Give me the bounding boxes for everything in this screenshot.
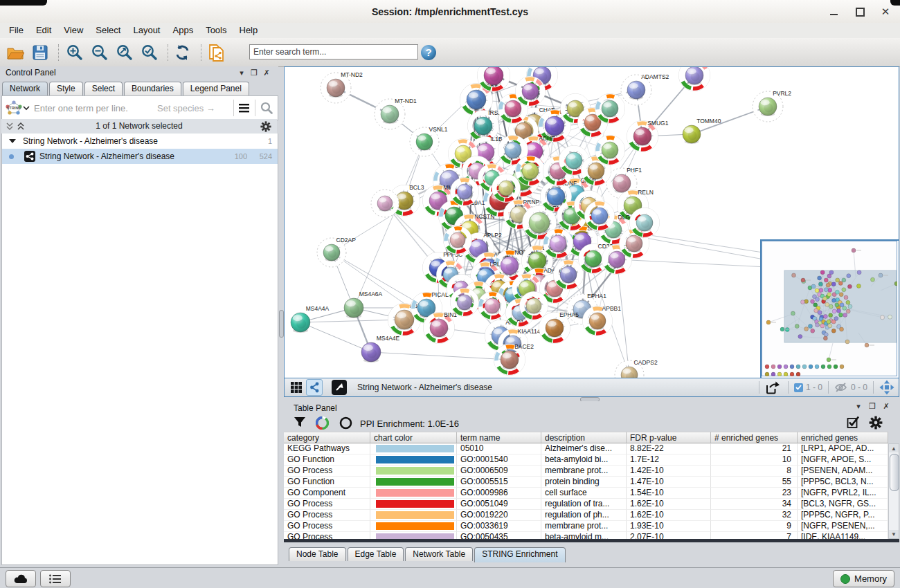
network-node-f28[interactable] bbox=[595, 94, 625, 124]
string-options-button[interactable] bbox=[238, 103, 251, 113]
panel-close-icon[interactable]: ✗ bbox=[262, 68, 271, 77]
table-row[interactable]: KEGG Pathways05010Alzheimer's dise...8.8… bbox=[284, 443, 888, 454]
tab-node-table[interactable]: Node Table bbox=[289, 547, 346, 561]
column-header-chart-color[interactable]: chart color bbox=[370, 432, 457, 443]
network-node-MS4A4E[interactable]: MS4A4E bbox=[361, 335, 400, 362]
export-view-button[interactable] bbox=[765, 380, 780, 395]
column-header-term-name[interactable]: term name bbox=[457, 432, 541, 443]
network-node-f20[interactable] bbox=[543, 229, 573, 259]
tree-expander-icon[interactable] bbox=[9, 138, 16, 144]
table-row[interactable]: GO FunctionGO:0005515protein binding1.47… bbox=[284, 477, 888, 488]
species-hint[interactable]: Set species → bbox=[157, 103, 229, 113]
table-row[interactable]: GO ProcessGO:0019220regulation of ph...1… bbox=[284, 510, 888, 521]
menu-view[interactable]: View bbox=[57, 23, 89, 38]
network-node-f30[interactable] bbox=[630, 208, 660, 238]
tab-legend-panel[interactable]: Legend Panel bbox=[183, 82, 249, 95]
table-row[interactable]: GO ComponentGO:0009986cell surface1.54E-… bbox=[284, 488, 888, 499]
network-view-button[interactable] bbox=[306, 379, 323, 396]
scroll-up-button[interactable]: ▲ bbox=[889, 444, 899, 452]
selected-nodes-checkbox[interactable] bbox=[794, 383, 803, 392]
network-node-f12[interactable] bbox=[444, 226, 472, 255]
close-button[interactable]: ✕ bbox=[880, 6, 891, 17]
task-list-button[interactable] bbox=[40, 570, 71, 587]
table-row[interactable]: GO ProcessGO:0051049regulation of tra...… bbox=[284, 499, 888, 510]
scroll-down-button[interactable]: ▼ bbox=[889, 530, 899, 538]
birds-eye-graph[interactable] bbox=[762, 241, 897, 376]
network-row[interactable]: String Network - Alzheimer's disease 100… bbox=[2, 149, 278, 164]
network-node-f23[interactable] bbox=[585, 201, 615, 231]
tab-select[interactable]: Select bbox=[84, 82, 123, 95]
network-node-MS4A4A[interactable]: MS4A4A bbox=[291, 305, 330, 333]
network-node-VSNL1[interactable]: VSNL1 bbox=[410, 126, 448, 156]
network-node-BIN1[interactable]: BIN1 bbox=[424, 311, 458, 344]
tab-string-enrichment[interactable]: STRING Enrichment bbox=[474, 547, 565, 562]
network-node-f25[interactable] bbox=[516, 77, 546, 107]
table-row[interactable]: GO FunctionGO:0001540beta-amyloid bi...1… bbox=[284, 454, 888, 466]
column-header-enriched-genes[interactable]: enriched genes bbox=[798, 432, 888, 443]
cloud-button[interactable] bbox=[6, 570, 36, 587]
network-node-f8[interactable] bbox=[595, 136, 625, 165]
tab-network[interactable]: Network bbox=[2, 82, 48, 97]
tab-style[interactable]: Style bbox=[49, 82, 83, 95]
menu-select[interactable]: Select bbox=[89, 23, 127, 38]
network-node-ADAMTS2[interactable]: ADAMTS2 bbox=[621, 73, 669, 105]
column-header-description[interactable]: description bbox=[541, 432, 627, 443]
network-node-MT-ND1[interactable]: MT-ND1 bbox=[375, 98, 417, 129]
table-row[interactable]: GO ProcessGO:0033619membrane prot...1.93… bbox=[284, 521, 888, 532]
menu-help[interactable]: Help bbox=[233, 23, 264, 38]
filter-icon[interactable] bbox=[294, 416, 306, 428]
network-node-f4[interactable] bbox=[516, 156, 546, 186]
birds-eye-view[interactable] bbox=[760, 239, 899, 378]
tab-network-table[interactable]: Network Table bbox=[405, 547, 473, 561]
network-canvas[interactable]: MT-ND2MT-ND1VSNL1GAB2IRS1ADAMTS2PVRL2TOM… bbox=[285, 67, 899, 378]
network-node-MS4A6A[interactable]: MS4A6A bbox=[344, 291, 383, 318]
select-checkbox-icon[interactable] bbox=[847, 416, 861, 430]
tab-edge-table[interactable]: Edge Table bbox=[348, 547, 404, 561]
refresh-button[interactable] bbox=[173, 43, 192, 62]
menu-file[interactable]: File bbox=[3, 23, 30, 38]
network-node-F_pk[interactable] bbox=[371, 190, 399, 217]
menu-layout[interactable]: Layout bbox=[127, 23, 166, 38]
table-scrollbar[interactable]: ▲ ▼ bbox=[888, 443, 899, 539]
save-session-button[interactable] bbox=[30, 43, 50, 62]
string-logo[interactable]: STRING bbox=[5, 100, 30, 116]
network-node-f32[interactable] bbox=[478, 292, 507, 320]
network-node-EPHA5[interactable]: EPHA5 bbox=[539, 311, 579, 344]
network-node-f24[interactable] bbox=[498, 94, 528, 124]
zoom-selected-button[interactable] bbox=[140, 43, 159, 62]
network-node-PVRL2[interactable]: PVRL2 bbox=[753, 90, 791, 122]
panel-close-icon[interactable]: ✗ bbox=[881, 402, 891, 411]
navigator-compass-icon[interactable] bbox=[879, 380, 894, 395]
panel-float-icon[interactable]: ❒ bbox=[249, 68, 259, 77]
network-node-CD2AP[interactable]: CD2AP bbox=[317, 237, 356, 267]
open-session-button[interactable] bbox=[6, 43, 25, 62]
maximize-button[interactable] bbox=[854, 6, 865, 17]
grid-view-button[interactable] bbox=[289, 380, 304, 395]
minimize-button[interactable] bbox=[828, 6, 839, 17]
table-row[interactable]: GO ProcessGO:0006509membrane prot...1.42… bbox=[284, 466, 888, 477]
network-collection-row[interactable]: String Network - Alzheimer's disease 1 bbox=[2, 134, 278, 149]
network-node-f11[interactable] bbox=[451, 178, 479, 206]
search-input[interactable] bbox=[249, 44, 418, 59]
string-search-button[interactable] bbox=[260, 101, 273, 115]
network-node-f35[interactable] bbox=[451, 288, 479, 317]
menu-edit[interactable]: Edit bbox=[30, 23, 57, 38]
network-node-f34[interactable] bbox=[520, 292, 548, 320]
panel-menu-icon[interactable]: ▾ bbox=[237, 68, 246, 77]
network-node-CADPS2[interactable]: CADPS2 bbox=[615, 359, 658, 378]
scrollbar-thumb[interactable] bbox=[890, 454, 899, 491]
hidden-eye-icon[interactable] bbox=[834, 383, 848, 392]
detach-view-button[interactable] bbox=[332, 380, 347, 395]
menu-tools[interactable]: Tools bbox=[199, 23, 233, 38]
network-node-f19[interactable] bbox=[554, 260, 584, 290]
panel-float-icon[interactable]: ❒ bbox=[867, 402, 877, 411]
table-horizontal-scrollbar[interactable] bbox=[284, 539, 899, 542]
vertical-splitter[interactable] bbox=[278, 66, 284, 566]
zoom-out-button[interactable] bbox=[90, 43, 109, 62]
zoom-in-button[interactable] bbox=[65, 43, 84, 62]
pie-chart-icon[interactable] bbox=[316, 416, 329, 430]
menu-apps[interactable]: Apps bbox=[167, 23, 200, 38]
export-network-button[interactable] bbox=[206, 43, 226, 62]
table-header-row[interactable]: categorychart colorterm namedescriptionF… bbox=[284, 432, 899, 443]
network-node-f10[interactable] bbox=[492, 174, 521, 203]
